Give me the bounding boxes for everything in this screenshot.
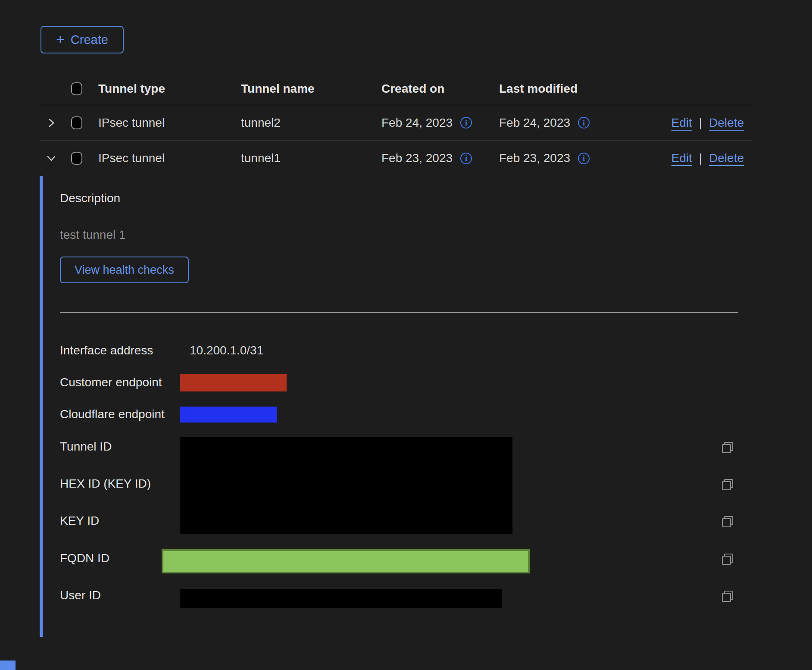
action-separator: | (699, 151, 702, 165)
column-header-last-modified: Last modified (499, 82, 578, 96)
row-checkbox[interactable] (71, 152, 82, 165)
description-value: test tunnel 1 (60, 228, 126, 242)
created-on-date: Feb 24, 2023 (381, 116, 453, 130)
key-id-label: KEY ID (60, 514, 99, 528)
ids-redacted-value (180, 437, 512, 534)
tunnel-details-panel: Description test tunnel 1 View health ch… (40, 176, 753, 637)
column-header-tunnel-name: Tunnel name (241, 82, 315, 96)
last-modified-date: Feb 24, 2023 (499, 116, 570, 130)
info-icon[interactable]: i (460, 117, 472, 128)
user-id-label: User ID (60, 589, 101, 602)
collapse-row-button[interactable] (45, 152, 58, 165)
table-header-row: Tunnel type Tunnel name Created on Last … (40, 72, 753, 105)
tunnel-name-cell: tunnel2 (241, 116, 281, 130)
info-icon[interactable]: i (578, 153, 590, 164)
tunnel-id-label: Tunnel ID (60, 440, 112, 454)
delete-link[interactable]: Delete (709, 116, 744, 130)
column-header-created-on: Created on (381, 82, 444, 96)
row-actions: Edit | Delete (671, 151, 744, 165)
copy-icon[interactable] (722, 591, 733, 602)
customer-endpoint-redacted-value (180, 374, 287, 391)
table-row-tunnel2: IPsec tunnel tunnel2 Feb 24, 2023 i Feb … (40, 105, 753, 141)
created-on-cell: Feb 24, 2023 i (381, 116, 472, 130)
edit-link[interactable]: Edit (671, 151, 692, 165)
copy-icon[interactable] (722, 442, 733, 453)
table-row-tunnel1: IPsec tunnel tunnel1 Feb 23, 2023 i Feb … (40, 141, 753, 176)
expand-row-button[interactable] (45, 116, 58, 129)
cloudflare-endpoint-redacted-value (180, 407, 277, 423)
chevron-down-icon (46, 153, 56, 163)
tunnel-type-cell: IPsec tunnel (98, 116, 165, 130)
cloudflare-endpoint-label: Cloudflare endpoint (60, 407, 165, 421)
chevron-right-icon (46, 118, 56, 128)
description-label: Description (60, 191, 120, 205)
fqdn-id-redacted-value (162, 549, 530, 573)
customer-endpoint-label: Customer endpoint (60, 376, 162, 389)
last-modified-date: Feb 23, 2023 (499, 151, 570, 165)
last-modified-cell: Feb 24, 2023 i (499, 116, 590, 130)
view-health-checks-button[interactable]: View health checks (60, 257, 189, 283)
last-modified-cell: Feb 23, 2023 i (499, 151, 590, 165)
tunnels-page: + Create Tunnel type Tunnel name Created… (0, 0, 812, 670)
row-actions: Edit | Delete (671, 116, 744, 130)
interface-address-label: Interface address (60, 344, 153, 357)
hex-id-label: HEX ID (KEY ID) (60, 477, 151, 491)
tunnels-table: Tunnel type Tunnel name Created on Last … (40, 72, 753, 176)
info-icon[interactable]: i (578, 117, 590, 128)
row-checkbox[interactable] (71, 116, 82, 129)
plus-icon: + (56, 32, 65, 47)
tunnel-type-cell: IPsec tunnel (98, 151, 165, 165)
create-button[interactable]: + Create (41, 26, 124, 53)
select-all-checkbox[interactable] (71, 82, 82, 95)
section-divider (60, 312, 738, 313)
create-button-label: Create (71, 33, 108, 47)
column-header-tunnel-type: Tunnel type (98, 82, 165, 96)
copy-icon[interactable] (722, 554, 733, 565)
bottom-edge-accent (0, 661, 16, 670)
delete-link[interactable]: Delete (709, 151, 744, 165)
action-separator: | (699, 116, 702, 130)
copy-icon[interactable] (722, 479, 733, 490)
created-on-cell: Feb 23, 2023 i (381, 151, 472, 165)
interface-address-value: 10.200.1.0/31 (190, 344, 263, 357)
created-on-date: Feb 23, 2023 (381, 151, 453, 165)
fqdn-id-label: FQDN ID (60, 551, 109, 565)
user-id-redacted-value (180, 589, 502, 608)
edit-link[interactable]: Edit (671, 116, 692, 130)
info-icon[interactable]: i (460, 153, 472, 164)
tunnel-name-cell: tunnel1 (241, 151, 281, 165)
copy-icon[interactable] (722, 516, 733, 527)
